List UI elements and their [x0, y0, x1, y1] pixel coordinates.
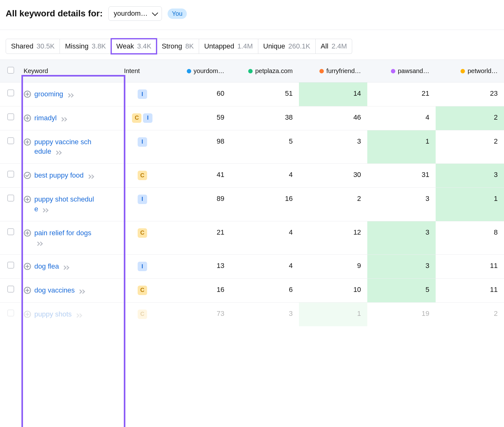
column-domain-1[interactable]: petplaza.com: [231, 60, 299, 83]
tab-strong[interactable]: Strong8K: [157, 39, 199, 54]
table-row: puppy shot schedule I8916231: [0, 187, 504, 221]
row-checkbox[interactable]: [7, 286, 14, 293]
rank-cell: 16: [162, 278, 231, 302]
keyword-link[interactable]: dog flea: [34, 262, 69, 271]
add-icon[interactable]: [24, 90, 31, 98]
select-all-checkbox[interactable]: [7, 67, 14, 74]
column-domain-0[interactable]: yourdom…: [162, 60, 231, 83]
column-intent[interactable]: Intent: [122, 60, 163, 83]
tab-weak[interactable]: Weak3.4K: [111, 39, 157, 54]
keyword-link[interactable]: puppy vaccine schedule: [34, 137, 94, 157]
rank-cell: 13: [162, 255, 231, 279]
keyword-link[interactable]: pain relief for dogs: [34, 228, 94, 248]
row-checkbox[interactable]: [7, 89, 14, 96]
rank-cell: 3: [367, 187, 436, 221]
table-row: dog vaccines C16610511: [0, 278, 504, 302]
tab-label: All: [321, 42, 328, 50]
check-icon[interactable]: [24, 172, 31, 179]
rank-cell: 4: [231, 221, 299, 255]
row-checkbox[interactable]: [7, 262, 14, 269]
keyword-link[interactable]: puppy shots: [34, 310, 82, 319]
keyword-link[interactable]: dog vaccines: [34, 286, 85, 295]
row-checkbox[interactable]: [7, 228, 14, 235]
intent-badge-i: I: [143, 113, 152, 123]
add-icon[interactable]: [24, 196, 31, 203]
table-row: pain relief for dogs C2141238: [0, 221, 504, 255]
row-checkbox[interactable]: [7, 137, 14, 144]
rank-cell: 3: [436, 164, 504, 188]
rank-cell: 73: [162, 302, 231, 326]
tab-count: 260.1K: [288, 42, 310, 50]
table-row: best puppy food C41430313: [0, 164, 504, 188]
keyword-link[interactable]: puppy shot schedule: [34, 195, 94, 214]
tab-shared[interactable]: Shared30.5K: [6, 39, 60, 54]
rank-cell: 19: [367, 302, 436, 326]
rank-cell: 14: [299, 83, 367, 106]
tab-all[interactable]: All2.4M: [316, 39, 352, 54]
add-icon[interactable]: [24, 287, 31, 294]
page-title: All keyword details for:: [6, 9, 103, 19]
double-chevron-icon: [55, 151, 61, 154]
tab-count: 3.8K: [92, 42, 106, 50]
column-keyword[interactable]: Keyword: [22, 60, 122, 83]
column-domain-4[interactable]: petworld…: [436, 60, 504, 83]
table-row: puppy vaccine schedule I985312: [0, 130, 504, 164]
rank-cell: 51: [231, 83, 299, 106]
add-icon[interactable]: [24, 229, 31, 237]
rank-cell: 11: [436, 278, 504, 302]
intent-badge-c: C: [132, 113, 141, 123]
rank-cell: 89: [162, 187, 231, 221]
table-row: rimadyl CI59384642: [0, 106, 504, 130]
tab-untapped[interactable]: Untapped1.4M: [199, 39, 258, 54]
row-checkbox[interactable]: [7, 195, 14, 202]
rank-cell: 21: [162, 221, 231, 255]
column-domain-2[interactable]: furryfriend…: [299, 60, 367, 83]
rank-cell: 23: [436, 83, 504, 106]
rank-cell: 2: [436, 130, 504, 164]
table-row: dog flea I1349311: [0, 255, 504, 279]
rank-cell: 46: [299, 106, 367, 130]
tab-label: Unique: [263, 42, 285, 50]
row-checkbox[interactable]: [7, 310, 14, 316]
row-checkbox[interactable]: [7, 171, 14, 178]
rank-cell: 4: [231, 164, 299, 188]
add-icon[interactable]: [24, 310, 31, 318]
rank-cell: 1: [299, 302, 367, 326]
add-icon[interactable]: [24, 263, 31, 270]
tab-label: Shared: [11, 42, 33, 50]
rank-cell: 8: [436, 221, 504, 255]
rank-cell: 4: [367, 106, 436, 130]
rank-cell: 31: [367, 164, 436, 188]
rank-cell: 1: [367, 130, 436, 164]
tab-count: 30.5K: [37, 42, 55, 50]
intent-badge-i: I: [138, 195, 147, 204]
rank-cell: 41: [162, 164, 231, 188]
keyword-link[interactable]: best puppy food: [34, 171, 94, 180]
select-all-header: [0, 60, 22, 83]
tab-count: 1.4M: [238, 42, 253, 50]
rank-cell: 2: [299, 187, 367, 221]
chevron-down-icon: [152, 10, 158, 16]
tab-missing[interactable]: Missing3.8K: [60, 39, 111, 54]
double-chevron-icon: [42, 209, 48, 212]
rank-cell: 10: [299, 278, 367, 302]
add-icon[interactable]: [24, 114, 31, 122]
add-icon[interactable]: [24, 138, 31, 146]
keyword-link[interactable]: grooming: [34, 89, 73, 99]
tab-unique[interactable]: Unique260.1K: [258, 39, 316, 54]
intent-badge-c: C: [138, 228, 147, 238]
keyword-link[interactable]: rimadyl: [34, 113, 66, 123]
keywords-table: Keyword Intent yourdom… petplaza.com fur…: [0, 60, 504, 326]
rank-cell: 2: [436, 106, 504, 130]
domain-select-dropdown[interactable]: yourdom…: [108, 6, 162, 21]
rank-cell: 11: [436, 255, 504, 279]
row-checkbox[interactable]: [7, 113, 14, 120]
tab-count: 8K: [185, 42, 194, 50]
header: All keyword details for: yourdom… You: [0, 0, 504, 30]
column-domain-3[interactable]: pawsand…: [367, 60, 436, 83]
domain-select-value: yourdom…: [114, 9, 148, 18]
double-chevron-icon: [88, 175, 94, 178]
rank-cell: 9: [299, 255, 367, 279]
rank-cell: 21: [367, 83, 436, 106]
intent-badge-i: I: [138, 137, 147, 147]
